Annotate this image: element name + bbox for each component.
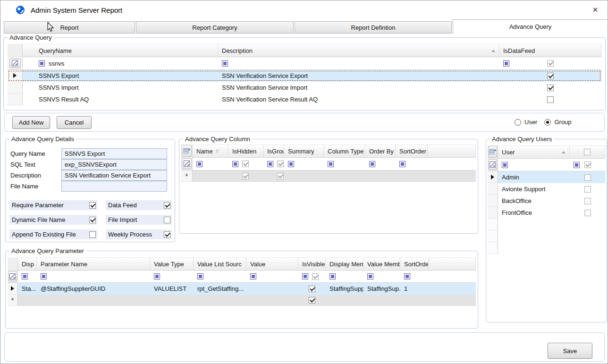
header-parameter-name[interactable]: Parameter Name: [37, 257, 150, 271]
filter-box-icon[interactable]: [22, 273, 28, 279]
filter-box-icon[interactable]: [328, 161, 334, 167]
filter-edit-icon[interactable]: [9, 59, 21, 68]
table-row[interactable]: SSNVS Import SSN Verification Service Im…: [8, 82, 601, 93]
header-ishidden[interactable]: IsHidden: [228, 144, 263, 158]
filter-name[interactable]: [193, 158, 228, 170]
filter-checkbox[interactable]: [277, 161, 284, 167]
header-value[interactable]: Value: [246, 257, 298, 271]
header-name[interactable]: Name▽: [193, 144, 228, 158]
user-radio[interactable]: [515, 119, 521, 126]
table-row[interactable]: Admin: [488, 171, 605, 183]
filter-box-icon[interactable]: [302, 273, 308, 279]
filter-box-icon[interactable]: [154, 273, 160, 279]
filter-box-icon[interactable]: [503, 60, 509, 67]
filter-box-icon[interactable]: [502, 162, 508, 168]
user-checkbox[interactable]: [584, 186, 591, 193]
filter-box-icon[interactable]: [367, 273, 373, 279]
filter-box-icon[interactable]: [399, 161, 405, 167]
new-row[interactable]: *: [8, 295, 476, 306]
filter-edit-icon[interactable]: [8, 271, 17, 281]
filter-box-icon[interactable]: [232, 161, 238, 167]
tab-report[interactable]: Report: [4, 21, 135, 34]
select-all-users-checkbox[interactable]: [584, 149, 591, 155]
filter-checkbox[interactable]: [312, 273, 319, 280]
filter-queryname[interactable]: ssnvs: [23, 57, 218, 69]
filter-checkbox[interactable]: [547, 60, 554, 67]
filter-description[interactable]: [218, 57, 499, 69]
filter-checkbox[interactable]: [242, 161, 249, 167]
header-user-checkbox[interactable]: [570, 145, 605, 159]
header-value-type[interactable]: Value Type: [150, 257, 194, 271]
group-radio[interactable]: [544, 119, 551, 126]
header-description[interactable]: Description: [218, 44, 499, 57]
filter-box-icon[interactable]: [329, 273, 336, 279]
dynamic-file-name-checkbox[interactable]: [89, 217, 96, 223]
add-new-button[interactable]: Add New: [12, 116, 50, 129]
header-column-type[interactable]: Column Type: [324, 144, 365, 158]
isdatafeed-checkbox[interactable]: [547, 85, 554, 91]
save-button[interactable]: Save: [548, 343, 592, 359]
header-value-memb[interactable]: Value Memb: [363, 257, 400, 271]
query-name-field[interactable]: SSNVS Export: [61, 148, 167, 159]
sql-text-field[interactable]: exp_SSNVSExport: [61, 159, 167, 170]
table-row[interactable]: Avionte Support: [488, 183, 605, 195]
ishidden-checkbox[interactable]: [242, 173, 249, 179]
isvisible-checkbox[interactable]: [309, 286, 315, 292]
file-name-field[interactable]: [61, 181, 167, 192]
filter-sortorder[interactable]: [396, 158, 428, 170]
isdatafeed-checkbox[interactable]: [547, 73, 554, 79]
user-checkbox[interactable]: [584, 198, 591, 204]
filter-box-icon[interactable]: [574, 162, 580, 168]
table-row[interactable]: FrontOffice: [488, 207, 605, 219]
user-checkbox[interactable]: [584, 210, 591, 216]
data-feed-checkbox[interactable]: [164, 202, 170, 209]
isdatafeed-checkbox[interactable]: [547, 96, 554, 103]
header-isgrou[interactable]: IsGrou: [263, 144, 284, 158]
filter-value[interactable]: [246, 271, 298, 282]
description-field[interactable]: SSN Verification Service Export: [61, 170, 167, 181]
filter-parameter-name[interactable]: [37, 271, 150, 282]
tab-advance-query[interactable]: Advance Query: [453, 19, 608, 34]
tab-report-defintion[interactable]: Report Defintion: [295, 21, 452, 34]
weekly-process-checkbox[interactable]: [164, 231, 170, 238]
filter-box-icon[interactable]: [196, 161, 203, 167]
header-sortorder[interactable]: SortOrder: [396, 144, 428, 158]
isgrou-checkbox[interactable]: [277, 173, 284, 179]
filter-value-memb[interactable]: [363, 271, 400, 282]
filter-box-icon[interactable]: [404, 273, 410, 279]
file-import-checkbox[interactable]: [164, 217, 170, 223]
filter-ishidden[interactable]: [228, 158, 263, 170]
filter-value-type[interactable]: [150, 271, 194, 282]
header-disp[interactable]: Disp: [18, 257, 37, 271]
table-row[interactable]: Sta... @StaffingSupplierGUID VALUELIST r…: [8, 283, 476, 295]
require-parameter-checkbox[interactable]: [89, 202, 96, 209]
filter-value-list-source[interactable]: [194, 271, 246, 282]
filter-isvisible[interactable]: [298, 271, 326, 282]
header-summary[interactable]: Summary: [284, 144, 324, 158]
filter-user[interactable]: [498, 159, 570, 171]
filter-summary[interactable]: [284, 158, 324, 170]
header-isdatafeed[interactable]: IsDataFeed: [499, 44, 601, 57]
grid-select-icon[interactable]: [182, 145, 192, 157]
filter-user-checkbox[interactable]: [570, 159, 605, 171]
table-row[interactable]: SSNVS Export SSN Verification Service Ex…: [8, 70, 601, 82]
filter-box-icon[interactable]: [197, 273, 203, 279]
header-order-by[interactable]: Order By: [365, 144, 396, 158]
header-isvisible[interactable]: IsVisible: [298, 257, 326, 271]
filter-box-icon[interactable]: [39, 60, 45, 67]
filter-disp[interactable]: [18, 271, 37, 282]
filter-box-icon[interactable]: [369, 161, 375, 167]
user-checkbox[interactable]: [584, 174, 591, 181]
filter-box-icon[interactable]: [41, 273, 47, 279]
filter-isdatafeed[interactable]: [499, 57, 601, 69]
header-queryname[interactable]: QueryName: [23, 44, 218, 57]
filter-box-icon[interactable]: [222, 60, 228, 67]
tab-report-category[interactable]: Report Category: [136, 21, 294, 34]
header-value-list-source[interactable]: Value List Sourc: [194, 257, 246, 271]
append-to-existing-file-checkbox[interactable]: [89, 231, 96, 238]
filter-box-icon[interactable]: [288, 161, 294, 167]
header-sortorder[interactable]: SortOrder: [400, 257, 429, 271]
filter-box-icon[interactable]: [250, 273, 256, 279]
header-user[interactable]: User: [498, 145, 570, 159]
header-display-mem[interactable]: Display Mem: [326, 257, 363, 271]
